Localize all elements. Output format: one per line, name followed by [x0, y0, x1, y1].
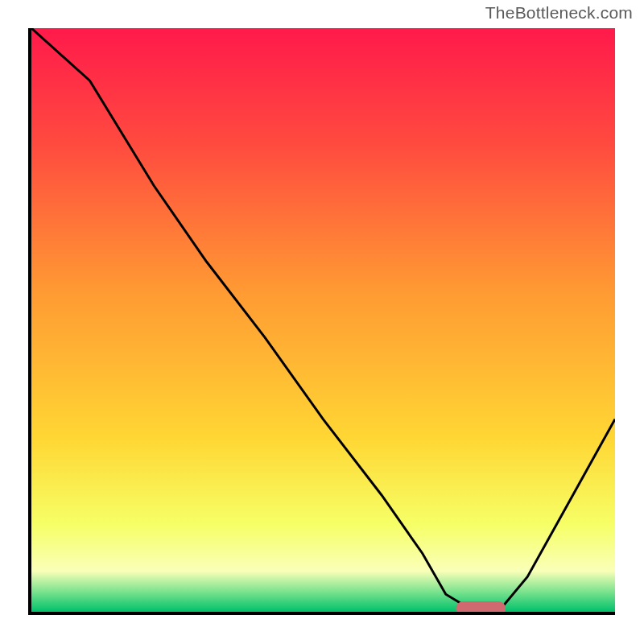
chart-svg [31, 28, 615, 612]
chart-container: TheBottleneck.com [0, 0, 644, 644]
plot-area [28, 28, 615, 615]
gradient-background [31, 28, 615, 612]
watermark-text: TheBottleneck.com [485, 3, 633, 23]
optimal-marker [456, 601, 506, 612]
